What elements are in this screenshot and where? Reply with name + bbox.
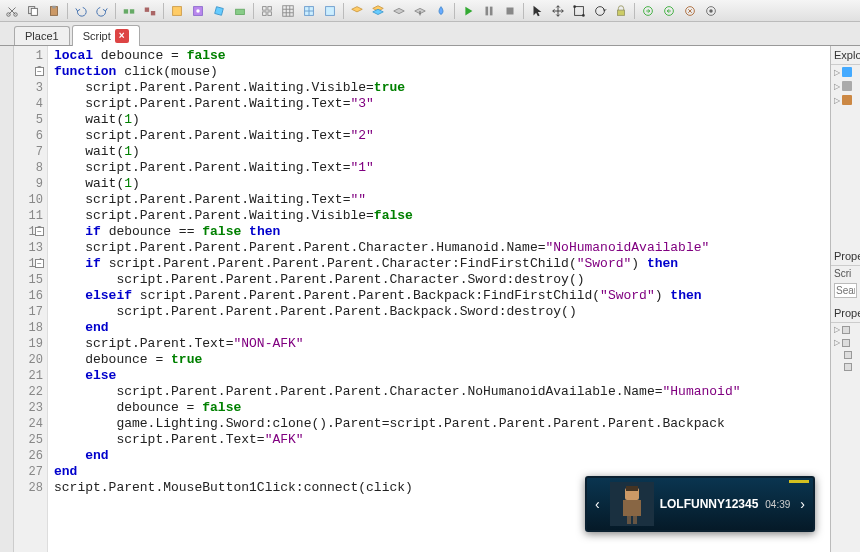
svg-rect-25	[575, 6, 584, 15]
tool-rotate-icon[interactable]	[209, 2, 229, 20]
tool-anchor2-icon[interactable]	[188, 2, 208, 20]
tab-place1[interactable]: Place1	[14, 26, 70, 45]
move-icon[interactable]	[548, 2, 568, 20]
code-line[interactable]: script.Parent.Parent.Waiting.Text="1"	[54, 160, 824, 176]
svg-rect-5	[52, 5, 56, 8]
code-line[interactable]: if debounce == false then	[54, 224, 824, 240]
svg-rect-36	[623, 500, 641, 516]
tool-ungroup-icon[interactable]	[140, 2, 160, 20]
code-line[interactable]: wait(1)	[54, 176, 824, 192]
code-line[interactable]: local debounce = false	[54, 48, 824, 64]
fold-icon[interactable]: −	[35, 67, 44, 76]
code-line[interactable]: elseif script.Parent.Parent.Parent.Paren…	[54, 288, 824, 304]
tool-smooth-icon[interactable]	[230, 2, 250, 20]
go2-icon[interactable]	[659, 2, 679, 20]
tool-layer2-icon[interactable]	[368, 2, 388, 20]
cursor-icon[interactable]	[527, 2, 547, 20]
lock-icon[interactable]	[611, 2, 631, 20]
code-line[interactable]: wait(1)	[54, 144, 824, 160]
fold-icon[interactable]: −	[35, 259, 44, 268]
svg-point-28	[596, 6, 605, 15]
explorer-item[interactable]: ▷	[831, 65, 860, 79]
code-line[interactable]: script.Parent.Parent.Waiting.Text=""	[54, 192, 824, 208]
tool-drop-icon[interactable]	[431, 2, 451, 20]
tool-layer3-icon[interactable]	[389, 2, 409, 20]
scale-icon[interactable]	[569, 2, 589, 20]
friend-notification[interactable]: ‹ LOLFUNNY12345 04:39 ›	[585, 476, 815, 532]
code-line[interactable]: if script.Parent.Parent.Parent.Parent.Ch…	[54, 256, 824, 272]
notification-time: 04:39	[765, 499, 790, 510]
tool-grid4-icon[interactable]	[320, 2, 340, 20]
code-line[interactable]: script.Parent.Parent.Waiting.Visible=fal…	[54, 208, 824, 224]
go1-icon[interactable]	[638, 2, 658, 20]
svg-rect-17	[263, 11, 267, 15]
tool-grid2-icon[interactable]	[278, 2, 298, 20]
code-line[interactable]: script.Parent.Parent.Parent.Parent.Chara…	[54, 272, 824, 288]
go4-icon[interactable]	[701, 2, 721, 20]
code-line[interactable]: end	[54, 448, 824, 464]
tool-anchor-icon[interactable]	[167, 2, 187, 20]
pause-icon[interactable]	[479, 2, 499, 20]
tabbar: Place1 Script×	[0, 22, 860, 46]
prop-row[interactable]: ▷	[831, 336, 860, 349]
explorer-panel-title: Explor	[831, 46, 860, 65]
code-line[interactable]: script.Parent.Parent.Parent.Parent.Chara…	[54, 240, 824, 256]
tool-redo-icon[interactable]	[92, 2, 112, 20]
prev-icon[interactable]: ‹	[591, 496, 604, 512]
code-line[interactable]: script.Parent.Text="AFK"	[54, 432, 824, 448]
svg-rect-37	[627, 516, 631, 524]
tool-grid3-icon[interactable]	[299, 2, 319, 20]
tool-layer4-icon[interactable]	[410, 2, 430, 20]
prop-row[interactable]	[831, 349, 860, 361]
code-line[interactable]: script.Parent.Parent.Waiting.Text="2"	[54, 128, 824, 144]
tab-script[interactable]: Script×	[72, 25, 140, 46]
svg-rect-39	[626, 486, 638, 491]
fold-icon[interactable]: −	[35, 227, 44, 236]
explorer-item[interactable]: ▷	[831, 79, 860, 93]
svg-point-34	[709, 9, 713, 13]
code-line[interactable]: end	[54, 320, 824, 336]
line-gutter: 12−3456789101112−1314−151617181920212223…	[14, 46, 48, 552]
tool-layer1-icon[interactable]	[347, 2, 367, 20]
svg-rect-6	[124, 9, 128, 13]
code-line[interactable]: script.Parent.Parent.Parent.Parent.Backp…	[54, 304, 824, 320]
code-line[interactable]: script.Parent.Parent.Waiting.Visible=tru…	[54, 80, 824, 96]
code-line[interactable]: script.Parent.Parent.Parent.Parent.Chara…	[54, 384, 824, 400]
properties-search[interactable]	[834, 283, 857, 298]
code-line[interactable]: else	[54, 368, 824, 384]
explorer-item[interactable]: ▷	[831, 93, 860, 107]
svg-rect-14	[236, 9, 245, 14]
svg-rect-3	[31, 8, 37, 15]
svg-point-12	[196, 9, 200, 13]
tool-grid1-icon[interactable]	[257, 2, 277, 20]
rotate-tool-icon[interactable]	[590, 2, 610, 20]
prop-row[interactable]: ▷	[831, 323, 860, 336]
code-line[interactable]: wait(1)	[54, 112, 824, 128]
svg-rect-18	[268, 11, 272, 15]
tool-paste-icon[interactable]	[44, 2, 64, 20]
svg-rect-7	[130, 9, 134, 13]
go3-icon[interactable]	[680, 2, 700, 20]
svg-rect-29	[618, 10, 625, 15]
play-icon[interactable]	[458, 2, 478, 20]
notification-username: LOLFUNNY12345	[660, 497, 766, 511]
tool-cut-icon[interactable]	[2, 2, 22, 20]
stop-icon[interactable]	[500, 2, 520, 20]
svg-rect-24	[507, 7, 514, 14]
code-line[interactable]: debounce = true	[54, 352, 824, 368]
close-icon[interactable]: ×	[115, 29, 129, 43]
next-icon[interactable]: ›	[796, 496, 809, 512]
svg-rect-23	[490, 6, 493, 15]
tool-copy-icon[interactable]	[23, 2, 43, 20]
code-line[interactable]: debounce = false	[54, 400, 824, 416]
svg-rect-38	[633, 516, 637, 524]
prop-row[interactable]	[831, 361, 860, 373]
tool-undo-icon[interactable]	[71, 2, 91, 20]
tool-group-icon[interactable]	[119, 2, 139, 20]
code-line[interactable]: function click(mouse)	[54, 64, 824, 80]
svg-rect-16	[268, 6, 272, 10]
svg-rect-10	[173, 6, 182, 15]
code-line[interactable]: script.Parent.Parent.Waiting.Text="3"	[54, 96, 824, 112]
code-line[interactable]: script.Parent.Text="NON-AFK"	[54, 336, 824, 352]
code-line[interactable]: game.Lighting.Sword:clone().Parent=scrip…	[54, 416, 824, 432]
